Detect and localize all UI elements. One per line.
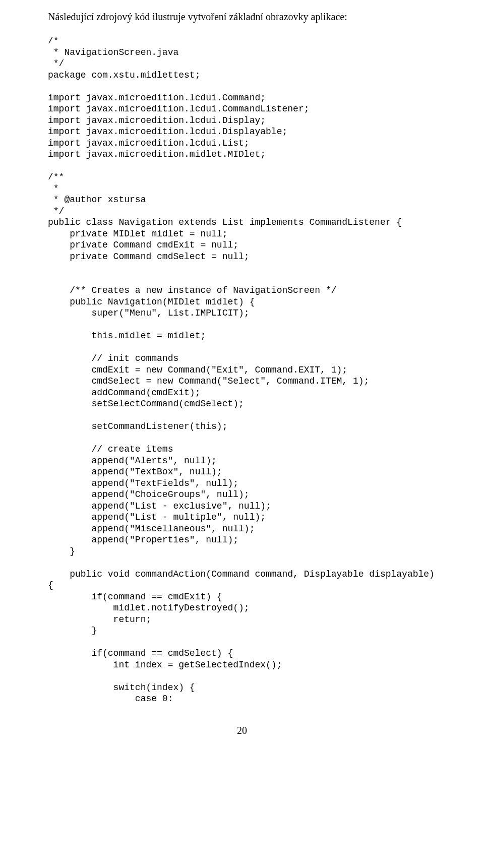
page-number: 20 xyxy=(48,725,436,736)
document-page: Následující zdrojový kód ilustruje vytvo… xyxy=(0,0,484,757)
code-listing: /* * NavigationScreen.java */ package co… xyxy=(48,35,436,705)
intro-paragraph: Následující zdrojový kód ilustruje vytvo… xyxy=(48,10,436,23)
